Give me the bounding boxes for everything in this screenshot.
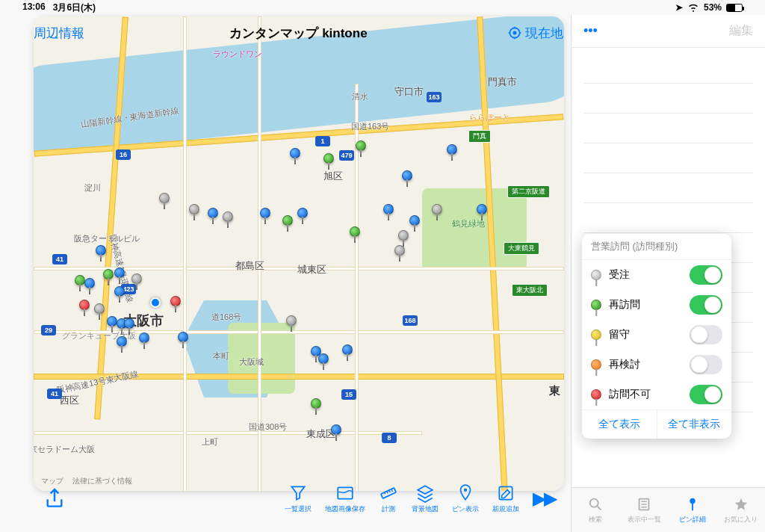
- map-img-icon: [335, 483, 355, 503]
- map-pin[interactable]: [139, 332, 149, 343]
- map-pin[interactable]: [447, 144, 457, 155]
- nearby-info-button[interactable]: 周辺情報: [34, 25, 84, 42]
- popup-item-label: 再訪問: [609, 298, 682, 312]
- map-pin[interactable]: [394, 245, 405, 256]
- hide-all-button[interactable]: 全て非表示: [657, 410, 732, 439]
- map-pin[interactable]: [260, 208, 270, 218]
- toggle-switch[interactable]: [690, 385, 722, 404]
- popup-title: 営業訪問 (訪問種別): [582, 234, 731, 260]
- map-pin[interactable]: [297, 208, 308, 218]
- side-tab-search[interactable]: 検索: [572, 488, 620, 532]
- funnel-icon: [288, 483, 308, 503]
- pin-color-icon: [591, 270, 601, 280]
- toggle-switch[interactable]: [690, 355, 722, 374]
- side-tab-star[interactable]: お気に入り: [716, 488, 765, 532]
- status-time: 13:06: [22, 1, 46, 14]
- map-pin[interactable]: [131, 273, 142, 284]
- popup-row: 再検討: [582, 350, 731, 380]
- map-pin[interactable]: [75, 275, 85, 285]
- toolbar-ruler-button[interactable]: 計測: [379, 483, 398, 514]
- side-edit-button[interactable]: 編集: [729, 23, 753, 39]
- map-pin[interactable]: [170, 296, 181, 306]
- share-button[interactable]: [43, 486, 66, 510]
- map-pin[interactable]: [117, 336, 127, 347]
- pin-color-icon: [591, 330, 601, 340]
- map-pin[interactable]: [402, 170, 412, 181]
- side-tab-bar: 検索表示中一覧ピン詳細お気に入り: [572, 487, 765, 532]
- svg-rect-2: [338, 487, 353, 498]
- pin-icon: [684, 496, 701, 513]
- toggle-switch[interactable]: [690, 295, 722, 315]
- side-tab-pin[interactable]: ピン詳細: [669, 488, 717, 532]
- map-pin[interactable]: [114, 286, 125, 297]
- status-bar: 13:06 3月6日(木) ➤ 53%: [0, 0, 765, 15]
- map-pin[interactable]: [286, 315, 297, 326]
- popup-item-label: 受注: [609, 268, 682, 282]
- toolbar-map-img-button[interactable]: 地図画像保存: [325, 483, 365, 514]
- map-pin[interactable]: [356, 140, 366, 151]
- app-title: カンタンマップ kintone: [229, 25, 367, 42]
- map-pin[interactable]: [311, 398, 321, 409]
- current-location-button[interactable]: 現在地: [507, 25, 563, 42]
- map-pin[interactable]: [350, 226, 360, 237]
- toolbar-edit-button[interactable]: 新規追加: [492, 483, 519, 514]
- map-pin[interactable]: [159, 193, 170, 203]
- map-pin[interactable]: [84, 278, 95, 288]
- map-pin[interactable]: [103, 269, 114, 279]
- battery-icon: [726, 4, 743, 12]
- map-pin[interactable]: [342, 344, 353, 355]
- popup-row: 再訪問: [582, 290, 731, 320]
- svg-point-1: [513, 31, 515, 34]
- map-pin[interactable]: [409, 215, 420, 226]
- map-pin[interactable]: [178, 332, 188, 342]
- toolbar-pin-button[interactable]: ピン表示: [452, 483, 479, 514]
- map-pin[interactable]: [318, 353, 329, 364]
- top-bar: 周辺情報 カンタンマップ kintone 現在地: [34, 16, 563, 49]
- map-view[interactable]: 大阪市 旭区 城東区 都島区 東成区 西区 守口市 門真市 ららぽーと 鶴見緑地…: [34, 16, 564, 491]
- toggle-switch[interactable]: [690, 265, 722, 285]
- map-pin[interactable]: [290, 148, 300, 158]
- map-pin[interactable]: [79, 300, 90, 310]
- map-pin[interactable]: [124, 318, 134, 329]
- wifi-icon: [687, 3, 699, 12]
- map-pin[interactable]: [94, 303, 105, 314]
- map-pin[interactable]: [398, 230, 409, 241]
- pin-color-icon: [591, 359, 601, 370]
- pin-color-icon: [591, 389, 601, 400]
- map-pin[interactable]: [223, 211, 233, 222]
- toggle-switch[interactable]: [690, 325, 722, 344]
- toolbar-layers-button[interactable]: 背景地図: [412, 483, 439, 514]
- svg-rect-3: [381, 487, 396, 498]
- map-pin[interactable]: [331, 424, 341, 435]
- map-pin[interactable]: [323, 153, 334, 164]
- layers-icon: [415, 483, 435, 503]
- popup-row: 受注: [582, 260, 731, 290]
- pin-color-icon: [591, 300, 601, 310]
- popup-row: 訪問不可: [582, 380, 731, 409]
- svg-point-8: [690, 498, 695, 503]
- map-pin[interactable]: [383, 204, 394, 214]
- map-pin[interactable]: [432, 204, 442, 214]
- map-pin[interactable]: [114, 267, 125, 278]
- popup-item-label: 再検討: [609, 358, 682, 371]
- map-pin[interactable]: [477, 204, 487, 214]
- pin-filter-popup: 営業訪問 (訪問種別) 受注 再訪問 留守 再検討 訪問不可 全て表示 全て非表…: [582, 234, 731, 439]
- side-tab-list[interactable]: 表示中一覧: [620, 488, 669, 532]
- toolbar-more-button[interactable]: ▶▶: [533, 488, 555, 509]
- map-pin[interactable]: [107, 316, 117, 327]
- toolbar-funnel-button[interactable]: 一覧選択: [285, 483, 312, 514]
- user-location-dot: [150, 297, 161, 308]
- location-arrow-icon: ➤: [675, 2, 683, 13]
- search-icon: [587, 496, 604, 513]
- star-icon: [733, 496, 749, 513]
- map-pin[interactable]: [189, 204, 199, 214]
- map-pin[interactable]: [282, 215, 293, 226]
- map-pin[interactable]: [208, 208, 218, 218]
- show-all-button[interactable]: 全て表示: [582, 410, 657, 439]
- bottom-toolbar: 一覧選択地図画像保存計測背景地図ピン表示新規追加 ▶▶: [34, 476, 564, 521]
- map-pin[interactable]: [96, 245, 106, 256]
- side-more-button[interactable]: •••: [583, 23, 598, 39]
- popup-row: 留守: [582, 320, 731, 350]
- svg-point-6: [590, 498, 598, 507]
- popup-item-label: 訪問不可: [609, 388, 682, 401]
